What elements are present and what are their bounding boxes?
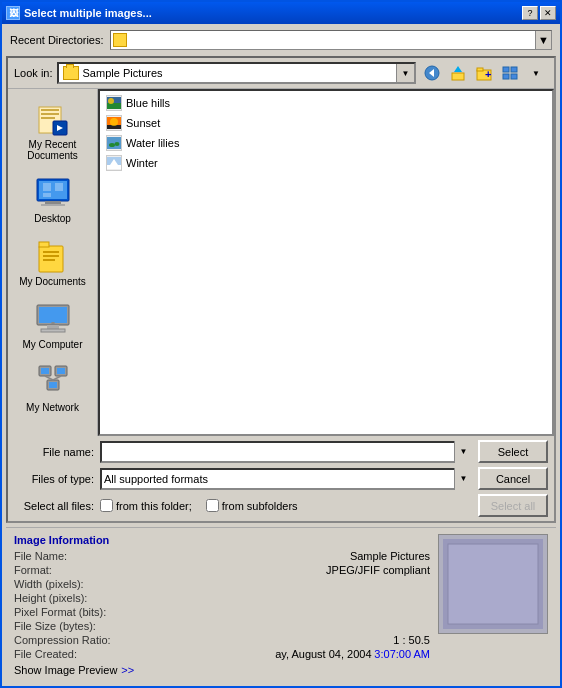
svg-rect-55 — [448, 544, 538, 624]
svg-rect-10 — [511, 74, 517, 79]
info-filesize-key: File Size (bytes): — [14, 620, 134, 632]
place-item-desktop[interactable]: Desktop — [13, 171, 93, 228]
image-info-left: Image Information File Name: Sample Pict… — [14, 534, 430, 676]
svg-rect-9 — [503, 74, 509, 79]
from-folder-text: from this folder; — [116, 500, 192, 512]
filename-input[interactable] — [100, 441, 472, 463]
file-name: Water lilies — [126, 137, 179, 149]
info-created-row: File Created: ay, August 04, 2004 3:07:0… — [14, 648, 430, 660]
window-content: Recent Directories: ▼ Look in: Sample Pi… — [2, 24, 560, 686]
svg-rect-28 — [43, 259, 55, 261]
browser-body: My RecentDocuments — [8, 89, 554, 436]
recent-dirs-label: Recent Directories: — [10, 34, 104, 46]
show-preview-arrow[interactable]: >> — [121, 664, 134, 676]
info-filename-key: File Name: — [14, 550, 134, 562]
title-bar: 🖼 Select multiple images... ? ✕ — [2, 2, 560, 24]
look-in-arrow[interactable]: ▼ — [396, 64, 414, 82]
from-subfolders-checkbox[interactable] — [206, 499, 219, 512]
cancel-button[interactable]: Cancel — [478, 467, 548, 490]
filename-row: File name: ▼ Select — [14, 440, 548, 463]
my-computer-icon — [35, 301, 71, 337]
info-filename-row: File Name: Sample Pictures — [14, 550, 430, 562]
look-in-folder-icon — [63, 66, 79, 80]
svg-rect-39 — [49, 382, 57, 388]
info-created-key: File Created: — [14, 648, 134, 660]
filename-label: File name: — [14, 446, 94, 458]
my-computer-label: My Computer — [22, 339, 82, 350]
svg-rect-19 — [45, 201, 61, 204]
svg-point-49 — [109, 143, 115, 147]
new-folder-icon: + — [476, 65, 492, 81]
title-bar-buttons: ? ✕ — [522, 6, 556, 20]
svg-rect-14 — [41, 117, 55, 119]
svg-rect-12 — [41, 109, 59, 111]
info-height-val — [138, 592, 430, 604]
svg-rect-31 — [47, 325, 59, 329]
help-button[interactable]: ? — [522, 6, 538, 20]
recent-dirs-arrow[interactable]: ▼ — [535, 31, 551, 49]
recent-dirs-combo[interactable]: ▼ — [110, 30, 552, 50]
file-list[interactable]: Blue hills Sunset — [98, 89, 554, 436]
desktop-label: Desktop — [34, 213, 71, 224]
info-height-key: Height (pixels): — [14, 592, 134, 604]
table-row[interactable]: Winter — [102, 153, 550, 173]
views-button[interactable] — [498, 62, 522, 84]
image-info-section: Image Information File Name: Sample Pict… — [6, 527, 556, 682]
from-subfolders-checkbox-label[interactable]: from subfolders — [206, 499, 298, 512]
table-row[interactable]: Water lilies — [102, 133, 550, 153]
svg-rect-21 — [43, 183, 51, 191]
from-folder-checkbox-label[interactable]: from this folder; — [100, 499, 192, 512]
look-in-text: Sample Pictures — [83, 67, 410, 79]
show-preview-row: Show Image Preview >> — [14, 664, 430, 676]
info-created-time: 3:07:00 AM — [374, 648, 430, 660]
select-all-button[interactable]: Select all — [478, 494, 548, 517]
main-window: 🖼 Select multiple images... ? ✕ Recent D… — [0, 0, 562, 688]
image-info-title: Image Information — [14, 534, 430, 546]
table-row[interactable]: Blue hills — [102, 93, 550, 113]
folder-icon — [113, 33, 127, 47]
svg-marker-3 — [454, 66, 462, 72]
back-button[interactable] — [420, 62, 444, 84]
info-format-row: Format: JPEG/JFIF compliant — [14, 564, 430, 576]
up-icon — [450, 65, 466, 81]
info-filesize-row: File Size (bytes): — [14, 620, 430, 632]
select-button[interactable]: Select — [478, 440, 548, 463]
svg-rect-23 — [43, 193, 51, 197]
my-documents-icon — [35, 238, 71, 274]
up-button[interactable] — [446, 62, 470, 84]
new-folder-button[interactable]: + — [472, 62, 496, 84]
svg-rect-43 — [107, 103, 121, 109]
place-item-recent[interactable]: My RecentDocuments — [13, 97, 93, 165]
filetype-combo-wrapper[interactable]: All supported formats JPEG files PNG fil… — [100, 468, 472, 490]
place-item-computer[interactable]: My Computer — [13, 297, 93, 354]
info-created-val: ay, August 04, 2004 3:07:00 AM — [138, 648, 430, 660]
recent-dirs-row: Recent Directories: ▼ — [6, 28, 556, 52]
place-item-network[interactable]: My Network — [13, 360, 93, 417]
svg-point-44 — [108, 98, 114, 104]
filename-combo-wrapper[interactable]: ▼ — [100, 441, 472, 463]
filetype-select[interactable]: All supported formats JPEG files PNG fil… — [100, 468, 472, 490]
info-height-row: Height (pixels): — [14, 592, 430, 604]
table-row[interactable]: Sunset — [102, 113, 550, 133]
places-panel: My RecentDocuments — [8, 89, 98, 436]
svg-rect-20 — [41, 204, 65, 206]
file-name: Blue hills — [126, 97, 170, 109]
info-compression-key: Compression Ratio: — [14, 634, 134, 646]
place-item-documents[interactable]: My Documents — [13, 234, 93, 291]
info-width-key: Width (pixels): — [14, 578, 134, 590]
info-created-date: ay, August 04, 2004 — [275, 648, 371, 660]
from-folder-checkbox[interactable] — [100, 499, 113, 512]
close-button[interactable]: ✕ — [540, 6, 556, 20]
my-documents-label: My Documents — [19, 276, 86, 287]
svg-rect-7 — [503, 67, 509, 72]
svg-rect-32 — [41, 329, 65, 332]
look-in-combo[interactable]: Sample Pictures ▼ — [57, 62, 416, 84]
svg-point-50 — [115, 142, 120, 146]
my-network-label: My Network — [26, 402, 79, 413]
views-dropdown-button[interactable]: ▼ — [524, 62, 548, 84]
info-filesize-val — [138, 620, 430, 632]
window-icon: 🖼 — [6, 6, 20, 20]
my-network-icon — [35, 364, 71, 400]
recent-dirs-select[interactable] — [131, 34, 549, 46]
svg-line-41 — [53, 376, 61, 380]
